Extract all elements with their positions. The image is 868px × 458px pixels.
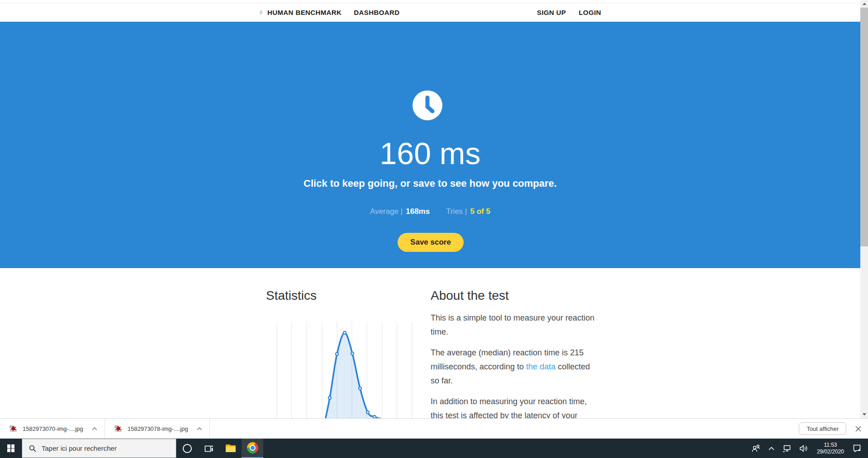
score-stats: Average | 168ms Tries | 5 of 5 [0, 207, 860, 216]
download-item[interactable]: 1582973078-img-....jpg [105, 419, 210, 439]
search-input[interactable] [42, 444, 168, 452]
task-view-icon [204, 444, 213, 453]
download-shelf: 1582973070-img-....jpg 1582973078-img-..… [0, 418, 868, 439]
windows-taskbar: 11:53 29/02/2020 [0, 439, 868, 458]
score-value: 160 ms [0, 136, 860, 171]
taskbar-date: 29/02/2020 [817, 449, 844, 455]
network-icon [783, 445, 792, 452]
cortana-icon [183, 444, 192, 453]
scroll-down-arrow[interactable] [860, 411, 868, 418]
image-thumbnail-icon [114, 425, 122, 433]
network-button[interactable] [778, 439, 796, 458]
cortana-button[interactable] [176, 439, 198, 458]
score-subtitle: Click to keep going, or save to see how … [0, 178, 860, 189]
statistics-title: Statistics [266, 288, 317, 303]
people-icon [752, 444, 760, 452]
action-center-button[interactable] [849, 439, 865, 458]
nav-signup[interactable]: SIGN UP [537, 9, 566, 16]
file-explorer-button[interactable] [220, 439, 242, 458]
about-title: About the test [431, 288, 509, 303]
clock-icon [412, 90, 443, 121]
about-paragraph: The average (median) reaction time is 21… [431, 346, 599, 388]
chevron-up-icon [768, 447, 774, 450]
task-view-button[interactable] [198, 439, 220, 458]
download-filename: 1582973078-img-....jpg [128, 425, 190, 432]
top-navigation: HUMAN BENCHMARK DASHBOARD SIGN UP LOGIN [258, 3, 601, 22]
brand-link[interactable]: HUMAN BENCHMARK [267, 9, 342, 16]
close-shelf-icon[interactable] [853, 423, 863, 434]
the-data-link[interactable]: the data [526, 362, 555, 371]
volume-icon [800, 445, 808, 452]
average-label: Average | [370, 207, 403, 216]
average-value: 168ms [406, 207, 430, 216]
start-button[interactable] [0, 439, 22, 458]
about-paragraph: This is a simple tool to measure your re… [431, 311, 599, 339]
volume-button[interactable] [796, 439, 812, 458]
search-icon [29, 445, 36, 452]
chrome-icon [247, 442, 258, 453]
windows-logo-icon [7, 444, 15, 452]
page-scrollbar[interactable] [860, 0, 868, 418]
scrollbar-thumb[interactable] [860, 8, 868, 246]
lightning-bolt-icon [258, 9, 264, 16]
show-all-downloads-button[interactable]: Tout afficher [799, 422, 846, 435]
tray-expand-button[interactable] [764, 439, 778, 458]
download-item[interactable]: 1582973070-img-....jpg [0, 419, 105, 439]
download-expand-icon[interactable] [194, 423, 205, 434]
people-button[interactable] [748, 439, 764, 458]
reaction-test-area[interactable]: 160 ms Click to keep going, or save to s… [0, 22, 860, 268]
tries-label: Tries | [446, 207, 467, 216]
download-filename: 1582973070-img-....jpg [23, 425, 85, 432]
nav-login[interactable]: LOGIN [579, 9, 602, 16]
taskbar-time: 11:53 [817, 442, 844, 449]
taskbar-clock[interactable]: 11:53 29/02/2020 [812, 442, 849, 455]
tries-value: 5 of 5 [470, 207, 490, 216]
chrome-button-active[interactable] [242, 439, 263, 458]
save-score-button[interactable]: Save score [398, 233, 464, 252]
paragraph-text: This is a simple tool to measure your re… [431, 313, 594, 336]
download-expand-icon[interactable] [89, 423, 100, 434]
nav-dashboard[interactable]: DASHBOARD [354, 9, 399, 16]
taskbar-search[interactable] [22, 439, 176, 458]
statistics-chart [266, 316, 422, 418]
notification-icon [853, 444, 861, 452]
file-explorer-icon [226, 444, 236, 452]
scroll-up-arrow[interactable] [860, 0, 868, 8]
image-thumbnail-icon [9, 425, 17, 433]
